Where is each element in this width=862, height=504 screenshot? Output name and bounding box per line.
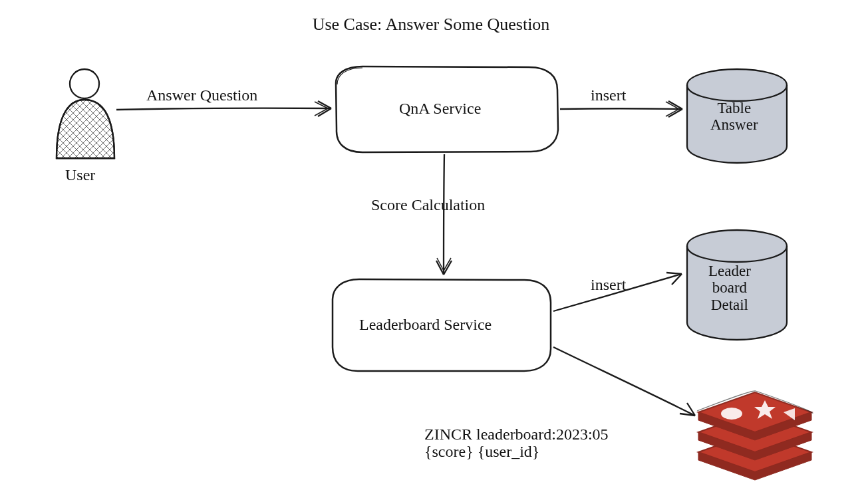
leaderboard-detail-label: Leader board Detail [708, 263, 751, 313]
svg-point-0 [70, 69, 99, 98]
qna-service-label: QnA Service [399, 100, 481, 117]
arrow-score-calculation [436, 154, 452, 275]
edge-answer-question-label: Answer Question [146, 86, 257, 104]
edge-insert-leaderboard-label: insert [591, 276, 626, 293]
arrow-to-redis [553, 347, 695, 416]
diagram-title: Use Case: Answer Some Question [0, 15, 862, 35]
leaderboard-service-label: Leaderboard Service [359, 316, 492, 333]
table-answer-label: Table Answer [710, 100, 758, 134]
redis-command-text: ZINCR leaderboard:2023:05 {score} {user_… [424, 426, 609, 461]
user-actor-icon [57, 69, 114, 158]
user-label: User [65, 166, 95, 184]
edge-score-calculation-label: Score Calculation [371, 196, 485, 213]
redis-icon [697, 391, 813, 480]
svg-point-1 [721, 408, 742, 420]
edge-insert-answer-label: insert [591, 86, 626, 104]
